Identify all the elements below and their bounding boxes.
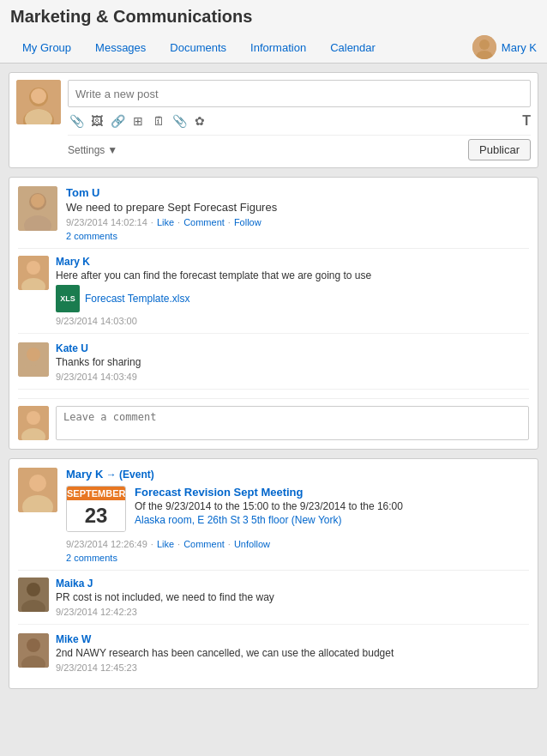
link-icon[interactable]: 🔗: [109, 112, 126, 130]
post-timestamp: 9/23/2014 12:26:49: [66, 539, 147, 549]
list-item: Mary K Here after you can find the forec…: [18, 256, 529, 334]
svg-point-22: [29, 475, 46, 492]
event-calendar: September 23: [66, 486, 126, 532]
post-compose-top: 📎 🖼 🔗 ⊞ 🗓 📎 ✿ T Settings ▼: [16, 80, 531, 160]
event-location[interactable]: Alaska room, E 26th St 3 5th floor (New …: [135, 514, 529, 526]
toolbar-row: 📎 🖼 🔗 ⊞ 🗓 📎 ✿ T: [68, 112, 531, 130]
clip-icon[interactable]: 📎: [171, 112, 188, 130]
follow-button[interactable]: Follow: [234, 217, 261, 227]
post-text: We need to prepare Sept Forecast Figures: [66, 201, 529, 214]
calendar-icon[interactable]: 🗓: [150, 112, 167, 130]
event-day: 23: [67, 500, 125, 531]
comment-input-row: [18, 398, 529, 440]
attach-icon[interactable]: 📎: [68, 112, 85, 130]
comment-author[interactable]: Kate U: [56, 342, 529, 354]
comment-text: Here after you can find the forecast tem…: [56, 269, 529, 281]
main-content: 📎 🖼 🔗 ⊞ 🗓 📎 ✿ T Settings ▼: [0, 64, 547, 706]
list-item: Maika J PR cost is not included, we need…: [18, 578, 529, 625]
dot-separator: ·: [177, 217, 180, 227]
file-attachment: XLS Forecast Template.xlsx: [56, 285, 529, 312]
like-button[interactable]: Like: [157, 539, 174, 549]
dot-separator: ·: [228, 217, 231, 227]
nav-user-name[interactable]: Mary K: [502, 41, 537, 54]
settings-button[interactable]: Settings ▼: [68, 144, 117, 156]
page-title: Marketing & Communications: [10, 7, 537, 27]
page-header: Marketing & Communications My Group Mess…: [0, 0, 547, 64]
mary-comment-avatar: [18, 256, 49, 290]
event-label: → (Event): [106, 469, 154, 481]
comment-author[interactable]: Maika J: [56, 578, 529, 590]
nav-information[interactable]: Information: [238, 36, 318, 59]
event-month: September: [67, 487, 125, 500]
publish-button[interactable]: Publicar: [468, 139, 531, 160]
maika-avatar: [18, 578, 49, 612]
like-button[interactable]: Like: [157, 217, 174, 227]
new-post-input[interactable]: [68, 80, 531, 107]
post-timestamp: 9/23/2014 14:02:14: [66, 217, 147, 227]
tom-avatar: [18, 186, 57, 231]
image-icon[interactable]: 🖼: [88, 112, 105, 130]
comment-button[interactable]: Comment: [183, 539, 225, 549]
list-item: Mike W 2nd NAWY research has been cancel…: [18, 633, 529, 680]
event-title[interactable]: Forecast Revision Sept Meeting: [135, 486, 529, 499]
feed-post: Mary K → (Event) September 23 Forecast R…: [9, 458, 538, 689]
comment-body: Mary K Here after you can find the forec…: [56, 256, 529, 326]
text-format-icon[interactable]: T: [522, 113, 531, 129]
current-user-comment-avatar: [18, 406, 49, 440]
leave-comment-input[interactable]: [56, 406, 529, 440]
svg-point-28: [27, 638, 40, 652]
settings-label: Settings: [68, 144, 105, 156]
avatar: [472, 35, 496, 59]
file-name[interactable]: Forecast Template.xlsx: [85, 293, 190, 305]
mary-post-avatar: [18, 468, 57, 512]
event-time: Of the 9/23/2014 to the 15:00 to the 9/2…: [135, 500, 529, 512]
nav-documents[interactable]: Documents: [158, 36, 238, 59]
kate-comment-avatar: [18, 342, 49, 377]
post-author-event: Mary K → (Event): [66, 468, 529, 481]
dot-separator: ·: [151, 539, 153, 549]
comments-count[interactable]: 2 comments: [66, 553, 529, 563]
svg-point-19: [27, 411, 40, 425]
settings-row: Settings ▼ Publicar: [68, 135, 531, 160]
post-compose-box: 📎 🖼 🔗 ⊞ 🗓 📎 ✿ T Settings ▼: [9, 72, 538, 168]
comment-author[interactable]: Mary K: [56, 256, 529, 268]
comment-text: Thanks for sharing: [56, 356, 529, 368]
nav-calendar[interactable]: Calendar: [318, 36, 388, 59]
comment-timestamp: 9/23/2014 14:03:00: [56, 316, 529, 326]
post-input-area: 📎 🖼 🔗 ⊞ 🗓 📎 ✿ T Settings ▼: [68, 80, 531, 160]
unfollow-button[interactable]: Unfollow: [234, 539, 270, 549]
comments-section: Mary K Here after you can find the forec…: [18, 248, 529, 440]
svg-point-10: [31, 194, 45, 208]
dot-separator: ·: [177, 539, 180, 549]
feed-post: Tom U We need to prepare Sept Forecast F…: [9, 177, 538, 450]
mike-avatar: [18, 633, 49, 668]
post-body: Mary K → (Event) September 23 Forecast R…: [66, 468, 529, 563]
post-meta: 9/23/2014 12:26:49 · Like · Comment · Un…: [66, 539, 529, 549]
post-meta: 9/23/2014 14:02:14 · Like · Comment · Fo…: [66, 217, 529, 227]
svg-point-1: [479, 39, 490, 50]
comment-button[interactable]: Comment: [183, 217, 225, 227]
comment-author[interactable]: Mike W: [56, 633, 529, 645]
svg-point-25: [27, 583, 40, 596]
list-item: Kate U Thanks for sharing 9/23/2014 14:0…: [18, 342, 529, 390]
comment-body: Maika J PR cost is not included, we need…: [56, 578, 529, 617]
post-author[interactable]: Tom U: [66, 186, 529, 199]
comment-body: Kate U Thanks for sharing 9/23/2014 14:0…: [56, 342, 529, 382]
event-card: September 23 Forecast Revision Sept Meet…: [66, 486, 529, 532]
svg-point-6: [31, 88, 46, 104]
event-details: Forecast Revision Sept Meeting Of the 9/…: [135, 486, 529, 532]
user-area: Mary K: [472, 32, 537, 63]
nav-my-group[interactable]: My Group: [10, 36, 83, 59]
comments-count[interactable]: 2 comments: [66, 231, 529, 241]
comment-text: 2nd NAWY research has been cancelled, we…: [56, 647, 529, 659]
flower-icon[interactable]: ✿: [191, 112, 208, 130]
comment-timestamp: 9/23/2014 12:45:23: [56, 662, 529, 673]
nav-bar: My Group Messages Documents Information …: [10, 32, 537, 63]
svg-point-13: [27, 261, 40, 275]
table-icon[interactable]: ⊞: [129, 112, 147, 130]
comment-timestamp: 9/23/2014 12:42:23: [56, 607, 529, 617]
nav-messages[interactable]: Messages: [83, 36, 158, 59]
post-body: Tom U We need to prepare Sept Forecast F…: [66, 186, 529, 241]
event-post-author[interactable]: Mary K: [66, 468, 103, 481]
svg-point-16: [27, 348, 40, 361]
